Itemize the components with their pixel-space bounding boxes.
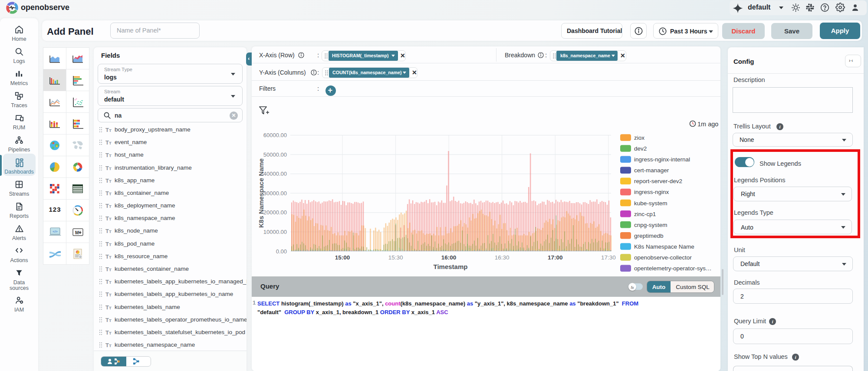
svg-text:ingress-nginx-internal: ingress-nginx-internal: [634, 156, 690, 163]
svg-text:30000.00: 30000.00: [263, 190, 287, 197]
svg-text:17:00: 17:00: [548, 254, 563, 261]
svg-text:kube-system: kube-system: [634, 200, 667, 207]
svg-text:10000.00: 10000.00: [263, 229, 287, 235]
svg-text:15:00: 15:00: [335, 254, 350, 261]
svg-text:17:30: 17:30: [601, 254, 616, 261]
svg-text:dev2: dev2: [634, 145, 647, 152]
svg-text:ziox: ziox: [634, 135, 644, 141]
svg-text:cnpg-system: cnpg-system: [634, 222, 667, 228]
svg-text:opentelemetry-operator-sys…: opentelemetry-operator-sys…: [634, 265, 712, 272]
svg-text:</>: </>: [53, 230, 58, 233]
svg-text:40000.00: 40000.00: [263, 171, 287, 177]
svg-text:60000.00: 60000.00: [263, 132, 287, 138]
svg-text:16:00: 16:00: [441, 254, 457, 261]
svg-text:ingress-nginx: ingress-nginx: [634, 189, 669, 195]
svg-text:Timestamp: Timestamp: [434, 263, 468, 270]
svg-text:1m ago: 1m ago: [697, 121, 718, 128]
svg-text:K8s Namespace Name: K8s Namespace Name: [257, 158, 265, 228]
svg-text:greptimedb: greptimedb: [634, 233, 664, 239]
svg-text:20000.00: 20000.00: [263, 209, 287, 216]
svg-text:M: M: [75, 230, 79, 235]
svg-text:16:30: 16:30: [495, 254, 510, 261]
svg-text:15:30: 15:30: [388, 254, 403, 261]
svg-text:50000.00: 50000.00: [263, 151, 287, 158]
svg-text:cert-manager: cert-manager: [634, 167, 669, 174]
svg-text:openobserve-collector: openobserve-collector: [634, 254, 692, 261]
svg-text:report-server-dev2: report-server-dev2: [634, 178, 682, 184]
svg-text:zinc-cp1: zinc-cp1: [634, 211, 656, 217]
svg-text:K8s Namespace Name: K8s Namespace Name: [634, 243, 694, 250]
svg-text:0.00: 0.00: [276, 248, 287, 255]
